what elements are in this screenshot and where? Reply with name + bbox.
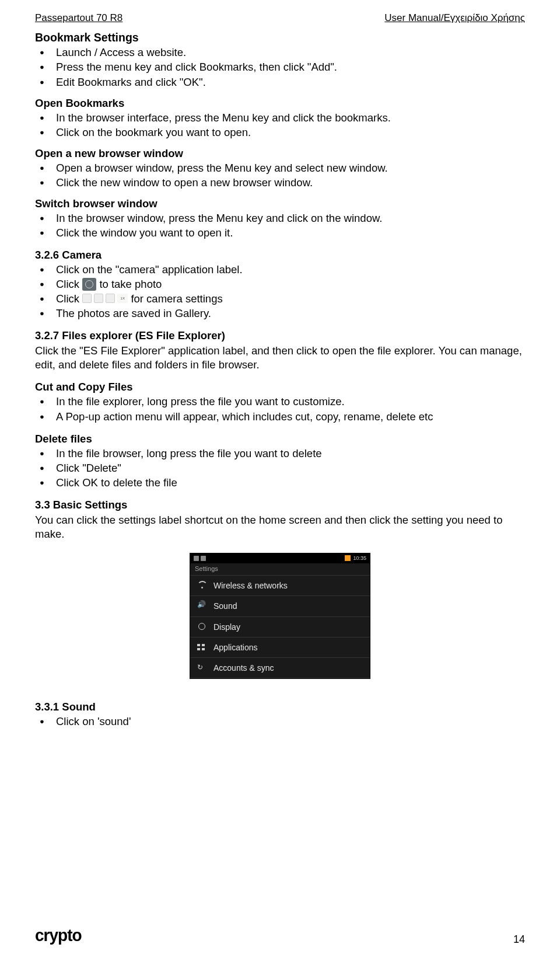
text-click-prefix: Click xyxy=(56,292,82,305)
settings-row-accounts[interactable]: Accounts & sync xyxy=(190,657,370,678)
header-right: User Manual/Εγχειρίδιο Χρήσης xyxy=(384,12,525,25)
sound-icon xyxy=(197,601,208,611)
list-item: Click to take photo xyxy=(56,277,525,291)
status-time: 10:35 xyxy=(353,555,366,562)
page-number: 14 xyxy=(513,933,525,946)
list-item: Click on the bookmark you want to open. xyxy=(56,126,525,140)
list-delete-files: In the file browser, long press the file… xyxy=(35,447,525,490)
footer-logo: crypto xyxy=(35,925,82,947)
list-item: In the file browser, long press the file… xyxy=(56,447,525,461)
list-item: Click on the "camera" application label. xyxy=(56,263,525,277)
page-header: Passepartout 70 R8 User Manual/Εγχειρίδι… xyxy=(35,12,525,25)
settings-screenshot: 10:35 Settings Wireless & networks Sound… xyxy=(190,553,370,679)
list-open-bookmarks: In the browser interface, press the Menu… xyxy=(35,111,525,140)
list-item: A Pop-up action menu will appear, which … xyxy=(56,410,525,424)
settings-row-label: Display xyxy=(214,622,240,632)
sync-icon xyxy=(197,663,208,673)
page-footer: crypto 14 xyxy=(35,925,525,946)
status-right: 10:35 xyxy=(345,555,366,562)
heading-files-explorer: 3.2.7 Files explorer (ES File Explorer) xyxy=(35,329,525,343)
settings-row-label: Applications xyxy=(214,642,258,653)
wifi-icon xyxy=(197,581,208,590)
heading-switch-window: Switch browser window xyxy=(35,197,525,211)
settings-row-wireless[interactable]: Wireless & networks xyxy=(190,575,370,595)
display-icon xyxy=(197,622,208,632)
paragraph-basic-settings: You can click the settings label shortcu… xyxy=(35,513,525,541)
list-item: The photos are saved in Gallery. xyxy=(56,306,525,321)
settings-row-label: Accounts & sync xyxy=(214,663,274,673)
mini-icon xyxy=(106,294,115,303)
list-item: In the browser window, press the Menu ke… xyxy=(56,211,525,225)
list-item: Press the menu key and click Bookmarks, … xyxy=(56,60,525,74)
header-left: Passepartout 70 R8 xyxy=(35,12,123,25)
download-icon xyxy=(345,555,351,561)
list-switch-window: In the browser window, press the Menu ke… xyxy=(35,211,525,240)
settings-row-label: Sound xyxy=(214,601,237,611)
camera-settings-icons: 1X xyxy=(82,294,128,303)
list-item: In the browser interface, press the Menu… xyxy=(56,111,525,125)
status-left xyxy=(194,556,206,561)
heading-bookmark-settings: Bookmark Settings xyxy=(35,30,525,45)
settings-title: Settings xyxy=(190,563,370,575)
list-item: Open a browser window, press the Menu ke… xyxy=(56,161,525,175)
list-new-window: Open a browser window, press the Menu ke… xyxy=(35,161,525,190)
heading-cut-copy: Cut and Copy Files xyxy=(35,380,525,394)
text-take-photo: to take photo xyxy=(99,278,162,290)
list-item: Click on 'sound' xyxy=(56,715,525,729)
heading-delete-files: Delete files xyxy=(35,432,525,446)
list-cut-copy: In the file explorer, long press the fil… xyxy=(35,395,525,423)
mini-icon xyxy=(94,294,103,303)
list-item: Click "Delete" xyxy=(56,461,525,475)
notification-icon xyxy=(201,556,206,561)
paragraph-files-explorer: Click the "ES File Explorer" application… xyxy=(35,344,525,372)
camera-icon xyxy=(82,278,96,291)
list-camera: Click on the "camera" application label.… xyxy=(35,263,525,321)
heading-open-bookmarks: Open Bookmarks xyxy=(35,96,525,110)
list-bookmark-settings: Launch / Access a website. Press the men… xyxy=(35,46,525,89)
apps-icon xyxy=(197,643,208,652)
heading-sound: 3.3.1 Sound xyxy=(35,700,525,714)
heading-new-window: Open a new browser window xyxy=(35,147,525,161)
settings-row-sound[interactable]: Sound xyxy=(190,595,370,616)
mini-icon xyxy=(82,294,92,303)
status-bar: 10:35 xyxy=(190,553,370,563)
list-item: Click 1X for camera settings xyxy=(56,292,525,306)
mini-1x-icon: 1X xyxy=(117,294,128,303)
text-click-prefix: Click xyxy=(56,278,82,290)
heading-camera: 3.2.6 Camera xyxy=(35,248,525,262)
text-camera-settings: for camera settings xyxy=(131,292,222,305)
settings-row-applications[interactable]: Applications xyxy=(190,637,370,657)
list-item: Click OK to delete the file xyxy=(56,476,525,490)
notification-icon xyxy=(194,556,199,561)
list-item: Edit Bookmarks and click "OK". xyxy=(56,75,525,89)
settings-row-display[interactable]: Display xyxy=(190,616,370,637)
heading-basic-settings: 3.3 Basic Settings xyxy=(35,498,525,512)
list-item: Launch / Access a website. xyxy=(56,46,525,60)
settings-row-label: Wireless & networks xyxy=(214,580,288,591)
list-item: In the file explorer, long press the fil… xyxy=(56,395,525,409)
list-item: Click the new window to open a new brows… xyxy=(56,176,525,190)
list-sound: Click on 'sound' xyxy=(35,715,525,729)
list-item: Click the window you want to open it. xyxy=(56,226,525,240)
